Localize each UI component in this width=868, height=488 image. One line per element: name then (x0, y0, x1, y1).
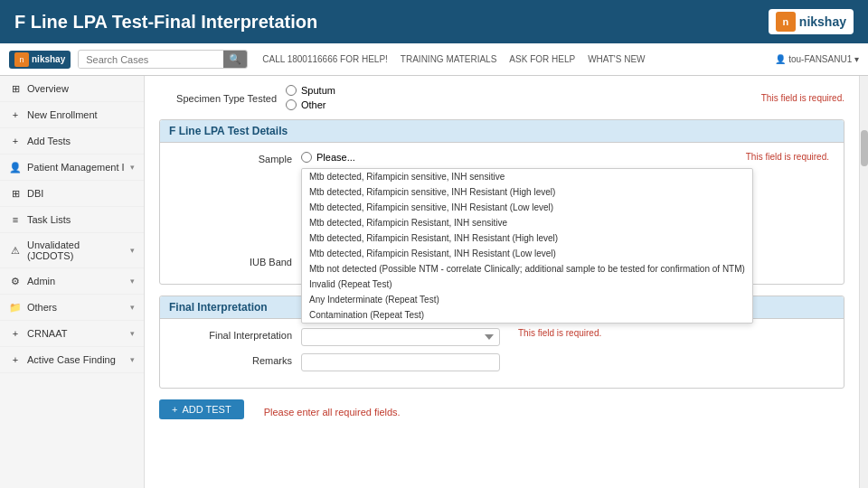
grid-icon: ⊞ (9, 82, 22, 95)
nav-logo-icon: n (14, 52, 29, 67)
chevron-down-icon-4: ▾ (130, 303, 135, 312)
nav-ask-help[interactable]: ASK FOR HELP (509, 54, 575, 64)
specimen-radio-group: Sputum Other (286, 85, 743, 110)
specimen-error: This field is required. (761, 93, 844, 103)
person-icon: 👤 (9, 161, 22, 174)
sample-option-5[interactable]: Mtb detected, Rifampicin Resistant, INH … (302, 246, 752, 261)
sample-option-1[interactable]: Mtb detected, Rifampicin sensitive, INH … (302, 184, 752, 200)
sample-option-0[interactable]: Mtb detected, Rifampicin sensitive, INH … (302, 169, 752, 184)
nav-training[interactable]: TRAINING MATERIALS (401, 54, 497, 64)
nav-logo: n nikshay (9, 51, 71, 69)
sample-label: Sample (175, 152, 292, 164)
sample-error: This field is required. (746, 152, 829, 162)
sample-option-8[interactable]: Any Indeterminate (Repeat Test) (302, 292, 752, 307)
sample-dropdown-options: Mtb detected, Rifampicin sensitive, INH … (301, 168, 753, 324)
final-interp-select[interactable] (301, 328, 500, 346)
specimen-sputum-input[interactable] (286, 85, 297, 96)
iub-band-label: IUB Band (175, 255, 292, 267)
specimen-other-radio[interactable]: Other (286, 99, 743, 110)
nav-user[interactable]: 👤 tou-FANSANU1 ▾ (775, 54, 859, 64)
remarks-label: Remarks (175, 353, 292, 366)
sample-option-6[interactable]: Mtb not detected (Possible NTM - correla… (302, 261, 752, 277)
search-button[interactable]: 🔍 (223, 51, 247, 68)
sidebar-item-overview[interactable]: ⊞ Overview (0, 76, 144, 102)
sidebar-item-new-enrollment[interactable]: + New Enrollment (0, 102, 144, 128)
sample-row: Sample Please... Mtb detected, Rifampici… (175, 152, 829, 164)
plus-icon-2: + (9, 135, 22, 147)
specimen-other-input[interactable] (286, 99, 297, 110)
chevron-down-icon-6: ▾ (130, 355, 135, 364)
final-interp-error: This field is required. (518, 328, 601, 338)
plus-icon-3: + (9, 327, 22, 340)
main-layout: ⊞ Overview + New Enrollment + Add Tests … (0, 76, 868, 488)
sidebar-label-dbi: DBI (27, 188, 43, 199)
specimen-type-controls: Sputum Other (286, 85, 743, 110)
sidebar-label-others: Others (27, 302, 57, 313)
specimen-type-row: Specimen Type Tested Sputum Other This f… (159, 85, 844, 110)
list-icon: ≡ (9, 213, 22, 226)
final-interp-select-wrapper (301, 328, 500, 346)
sidebar-item-task-lists[interactable]: ≡ Task Lists (0, 207, 144, 233)
nav-bar: n nikshay 🔍 CALL 1800116666 FOR HELP! TR… (0, 43, 868, 76)
sidebar-label-admin: Admin (27, 276, 55, 286)
user-icon: 👤 (775, 54, 786, 64)
chevron-down-icon-5: ▾ (130, 329, 135, 338)
sidebar: ⊞ Overview + New Enrollment + Add Tests … (0, 76, 145, 488)
sidebar-item-dbi[interactable]: ⊞ DBI (0, 181, 144, 207)
sidebar-item-crnaat[interactable]: + CRNAAT ▾ (0, 321, 144, 347)
alert-icon: ⚠ (9, 244, 22, 257)
sidebar-item-others[interactable]: 📁 Others ▾ (0, 295, 144, 321)
username: tou-FANSANU1 ▾ (788, 54, 859, 64)
sidebar-item-admin[interactable]: ⚙ Admin ▾ (0, 268, 144, 295)
specimen-sputum-label: Sputum (301, 85, 335, 96)
nav-whats-new[interactable]: WHAT'S NEW (588, 54, 645, 64)
sidebar-label-task-lists: Task Lists (27, 214, 71, 225)
logo-text: nikshay (799, 14, 846, 29)
folder-icon: 📁 (9, 301, 22, 314)
sidebar-item-patient-mgmt[interactable]: 👤 Patient Management I ▾ (0, 155, 144, 181)
search-container: 🔍 (78, 50, 248, 69)
sidebar-item-add-tests[interactable]: + Add Tests (0, 128, 144, 155)
submit-error-text: Please enter all required fields. (264, 407, 401, 418)
sample-radio-placeholder[interactable]: Please... (301, 152, 728, 163)
plus-icon-4: + (9, 353, 22, 366)
specimen-sputum-radio[interactable]: Sputum (286, 85, 743, 96)
title-bar: F Line LPA Test-Final Interpretation n n… (0, 0, 868, 43)
add-test-button[interactable]: + ADD TEST (159, 399, 244, 419)
nav-help-call[interactable]: CALL 1800116666 FOR HELP! (262, 54, 388, 64)
sample-option-7[interactable]: Invalid (Repeat Test) (302, 277, 752, 292)
main-content: Specimen Type Tested Sputum Other This f… (145, 76, 859, 488)
sidebar-label-unvalidated: Unvalidated (JCDOTS) (27, 239, 125, 261)
scroll-thumb[interactable] (861, 130, 868, 166)
test-details-section: F Line LPA Test Details Sample Please...… (159, 119, 844, 285)
final-interpretation-body: Final Interpretation This field is requi… (160, 319, 844, 388)
nav-logo-text: nikshay (32, 54, 65, 64)
scroll-track[interactable] (859, 76, 868, 488)
sidebar-item-active-case[interactable]: + Active Case Finding ▾ (0, 347, 144, 373)
sidebar-item-unvalidated[interactable]: ⚠ Unvalidated (JCDOTS) ▾ (0, 233, 144, 268)
remarks-row: Remarks (175, 353, 829, 371)
plus-icon: + (9, 108, 22, 121)
sidebar-label-patient-mgmt: Patient Management I (27, 162, 125, 173)
sample-placeholder: Please... (316, 152, 355, 163)
sample-radio-input[interactable] (301, 152, 312, 163)
remarks-input[interactable] (301, 353, 500, 371)
test-details-header: F Line LPA Test Details (160, 120, 844, 143)
sample-option-2[interactable]: Mtb detected, Rifampicin sensitive, INH … (302, 200, 752, 215)
final-interp-row: Final Interpretation This field is requi… (175, 328, 829, 346)
specimen-other-label: Other (301, 99, 326, 110)
sidebar-label-new-enrollment: New Enrollment (27, 109, 98, 120)
search-input[interactable] (79, 52, 223, 68)
add-test-label: ADD TEST (182, 404, 231, 415)
add-test-row: + ADD TEST Please enter all required fie… (159, 399, 844, 419)
logo-icon: n (776, 12, 796, 32)
grid-icon-2: ⊞ (9, 187, 22, 200)
test-details-body: Sample Please... Mtb detected, Rifampici… (160, 143, 844, 284)
sample-option-4[interactable]: Mtb detected, Rifampicin Resistant, INH … (302, 230, 752, 246)
specimen-type-label: Specimen Type Tested (159, 91, 277, 104)
page-title: F Line LPA Test-Final Interpretation (14, 12, 317, 33)
sample-option-9[interactable]: Contamination (Repeat Test) (302, 307, 752, 323)
final-interp-label: Final Interpretation (175, 328, 292, 341)
chevron-down-icon: ▾ (130, 163, 135, 172)
sample-option-3[interactable]: Mtb detected, Rifampicin Resistant, INH … (302, 215, 752, 230)
